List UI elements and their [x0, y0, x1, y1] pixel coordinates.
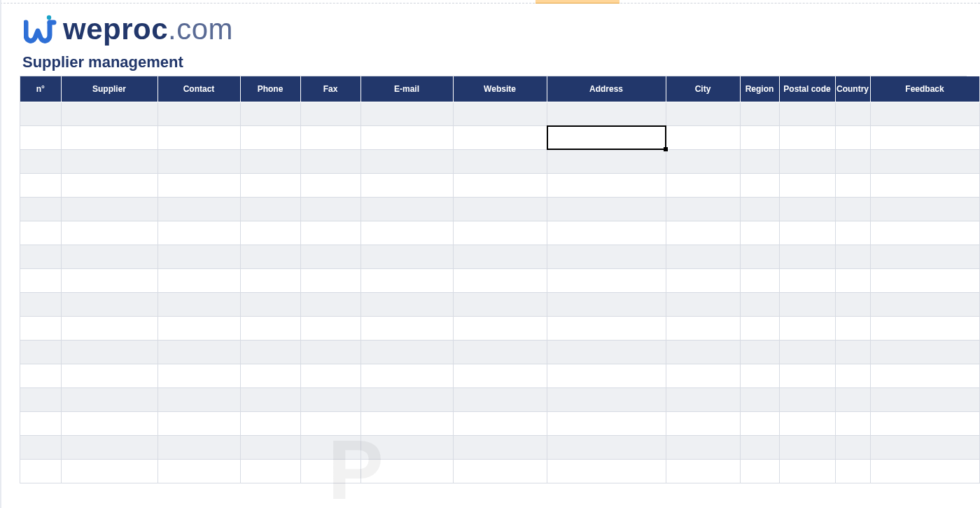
- cell-phone[interactable]: [240, 435, 300, 459]
- cell-address[interactable]: [547, 102, 666, 125]
- cell-n[interactable]: [20, 197, 61, 221]
- cell-contact[interactable]: [158, 245, 240, 268]
- cell-website[interactable]: [453, 316, 547, 340]
- cell-website[interactable]: [453, 102, 547, 125]
- column-header-country[interactable]: Country: [835, 76, 870, 102]
- cell-website[interactable]: [453, 387, 547, 411]
- cell-postal[interactable]: [779, 102, 835, 125]
- column-header-email[interactable]: E-mail: [360, 76, 453, 102]
- cell-email[interactable]: [360, 387, 453, 411]
- column-header-supplier[interactable]: Supplier: [61, 76, 158, 102]
- cell-phone[interactable]: [240, 197, 300, 221]
- cell-contact[interactable]: [158, 316, 240, 340]
- cell-website[interactable]: [453, 197, 547, 221]
- cell-address[interactable]: [547, 316, 666, 340]
- cell-fax[interactable]: [300, 292, 360, 316]
- column-header-contact[interactable]: Contact: [158, 76, 240, 102]
- cell-address[interactable]: [547, 411, 666, 435]
- cell-supplier[interactable]: [61, 316, 158, 340]
- cell-region[interactable]: [740, 316, 779, 340]
- cell-contact[interactable]: [158, 292, 240, 316]
- cell-postal[interactable]: [779, 221, 835, 245]
- cell-address[interactable]: [547, 173, 666, 197]
- cell-country[interactable]: [835, 435, 870, 459]
- cell-postal[interactable]: [779, 245, 835, 268]
- cell-email[interactable]: [360, 459, 453, 483]
- cell-postal[interactable]: [779, 364, 835, 387]
- cell-feedback[interactable]: [870, 340, 979, 364]
- cell-country[interactable]: [835, 292, 870, 316]
- cell-country[interactable]: [835, 197, 870, 221]
- cell-n[interactable]: [20, 149, 61, 173]
- cell-phone[interactable]: [240, 102, 300, 125]
- cell-email[interactable]: [360, 340, 453, 364]
- cell-feedback[interactable]: [870, 411, 979, 435]
- cell-email[interactable]: [360, 173, 453, 197]
- cell-feedback[interactable]: [870, 292, 979, 316]
- cell-email[interactable]: [360, 149, 453, 173]
- column-header-city[interactable]: City: [666, 76, 740, 102]
- cell-supplier[interactable]: [61, 387, 158, 411]
- cell-address[interactable]: [547, 340, 666, 364]
- cell-city[interactable]: [666, 268, 740, 292]
- cell-email[interactable]: [360, 316, 453, 340]
- column-header-fax[interactable]: Fax: [300, 76, 360, 102]
- cell-postal[interactable]: [779, 149, 835, 173]
- cell-region[interactable]: [740, 245, 779, 268]
- cell-city[interactable]: [666, 149, 740, 173]
- cell-country[interactable]: [835, 268, 870, 292]
- cell-country[interactable]: [835, 316, 870, 340]
- cell-contact[interactable]: [158, 268, 240, 292]
- cell-website[interactable]: [453, 364, 547, 387]
- cell-website[interactable]: [453, 173, 547, 197]
- cell-fax[interactable]: [300, 364, 360, 387]
- cell-n[interactable]: [20, 340, 61, 364]
- cell-region[interactable]: [740, 411, 779, 435]
- cell-contact[interactable]: [158, 435, 240, 459]
- cell-feedback[interactable]: [870, 149, 979, 173]
- cell-feedback[interactable]: [870, 173, 979, 197]
- cell-email[interactable]: [360, 197, 453, 221]
- cell-region[interactable]: [740, 364, 779, 387]
- cell-country[interactable]: [835, 245, 870, 268]
- cell-feedback[interactable]: [870, 387, 979, 411]
- cell-feedback[interactable]: [870, 102, 979, 125]
- cell-feedback[interactable]: [870, 268, 979, 292]
- cell-region[interactable]: [740, 387, 779, 411]
- cell-country[interactable]: [835, 387, 870, 411]
- cell-feedback[interactable]: [870, 245, 979, 268]
- cell-feedback[interactable]: [870, 221, 979, 245]
- cell-region[interactable]: [740, 435, 779, 459]
- cell-fax[interactable]: [300, 340, 360, 364]
- cell-postal[interactable]: [779, 435, 835, 459]
- cell-phone[interactable]: [240, 292, 300, 316]
- cell-address[interactable]: [547, 245, 666, 268]
- cell-n[interactable]: [20, 173, 61, 197]
- cell-email[interactable]: [360, 435, 453, 459]
- cell-region[interactable]: [740, 292, 779, 316]
- cell-country[interactable]: [835, 102, 870, 125]
- cell-website[interactable]: [453, 292, 547, 316]
- cell-website[interactable]: [453, 149, 547, 173]
- cell-contact[interactable]: [158, 221, 240, 245]
- cell-fax[interactable]: [300, 316, 360, 340]
- cell-phone[interactable]: [240, 149, 300, 173]
- cell-email[interactable]: [360, 221, 453, 245]
- cell-region[interactable]: [740, 340, 779, 364]
- cell-supplier[interactable]: [61, 173, 158, 197]
- cell-fax[interactable]: [300, 435, 360, 459]
- cell-country[interactable]: [835, 149, 870, 173]
- cell-fax[interactable]: [300, 387, 360, 411]
- cell-city[interactable]: [666, 173, 740, 197]
- cell-address[interactable]: [547, 268, 666, 292]
- cell-fax[interactable]: [300, 102, 360, 125]
- cell-supplier[interactable]: [61, 102, 158, 125]
- cell-feedback[interactable]: [870, 125, 979, 149]
- cell-feedback[interactable]: [870, 197, 979, 221]
- cell-n[interactable]: [20, 459, 61, 483]
- cell-contact[interactable]: [158, 387, 240, 411]
- cell-city[interactable]: [666, 292, 740, 316]
- cell-fax[interactable]: [300, 221, 360, 245]
- cell-website[interactable]: [453, 245, 547, 268]
- cell-website[interactable]: [453, 221, 547, 245]
